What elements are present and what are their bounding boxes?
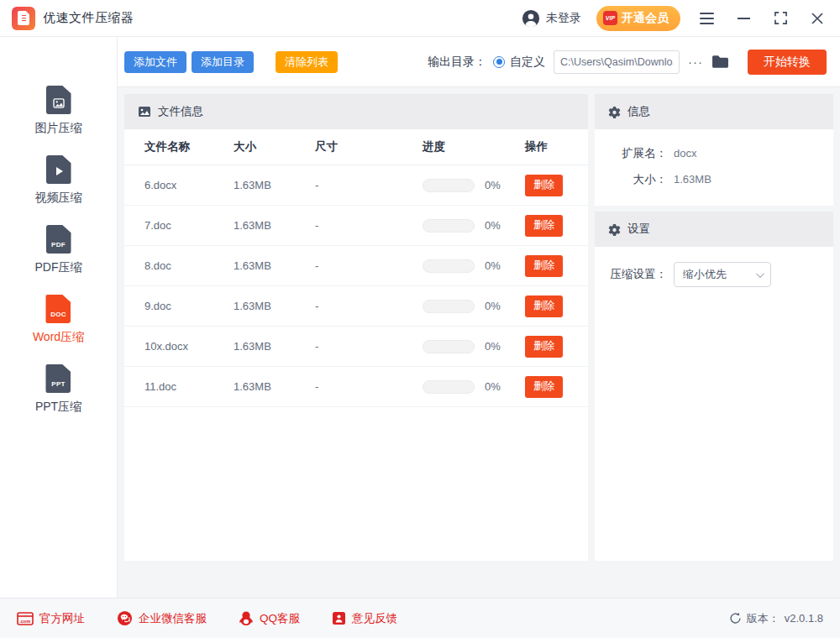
open-folder-button[interactable]	[708, 55, 732, 69]
vip-button-label: 开通会员	[622, 11, 669, 26]
progress-percent: 0%	[485, 300, 501, 312]
vip-icon: VIP	[603, 11, 617, 25]
sidebar-item-label: PDF压缩	[35, 260, 82, 275]
table-row: 7.doc 1.63MB - 0% 删除	[124, 206, 588, 246]
progress-bar	[423, 259, 475, 273]
panel-title: 设置	[627, 222, 650, 237]
clear-list-button[interactable]: 清除列表	[276, 51, 338, 73]
file-dimension: -	[315, 300, 423, 312]
table-row: 6.docx 1.63MB - 0% 删除	[124, 165, 588, 206]
progress-percent: 0%	[485, 340, 501, 353]
sidebar-item-label: 视频压缩	[35, 191, 82, 206]
toolbar: 添加文件 添加目录 清除列表 输出目录： 自定义 ··· 开始转换	[118, 37, 840, 87]
progress-bar	[423, 300, 475, 313]
file-dimension: -	[315, 340, 423, 353]
file-name: 6.docx	[144, 179, 234, 191]
info-row-size: 大小： 1.63MB	[595, 166, 833, 192]
file-dimension: -	[315, 259, 423, 272]
panel-title: 信息	[627, 104, 650, 119]
add-folder-button[interactable]: 添加目录	[192, 51, 254, 73]
delete-button[interactable]: 删除	[525, 175, 563, 196]
sidebar-item-ppt-compress[interactable]: PPT PPT压缩	[35, 364, 81, 415]
col-header-dimension: 尺寸	[315, 139, 423, 154]
file-size: 1.63MB	[234, 219, 315, 232]
file-name: 8.doc	[144, 259, 234, 272]
delete-button[interactable]: 删除	[525, 215, 563, 237]
pdf-file-icon: PDF	[46, 225, 71, 254]
file-name: 10x.docx	[144, 340, 234, 353]
file-name: 9.doc	[144, 300, 234, 312]
maximize-button[interactable]	[769, 8, 791, 29]
user-login-area[interactable]: 未登录	[522, 9, 581, 28]
file-size: 1.63MB	[234, 300, 315, 312]
official-site-link[interactable]: .com 官方网址	[17, 611, 85, 626]
progress-percent: 0%	[485, 179, 501, 191]
open-vip-button[interactable]: VIP 开通会员	[596, 6, 680, 31]
settings-header: 设置	[595, 212, 833, 247]
video-file-icon	[46, 155, 71, 184]
add-file-button[interactable]: 添加文件	[124, 51, 186, 73]
progress-bar	[423, 219, 475, 233]
user-avatar-icon	[522, 9, 540, 28]
svg-text:.com: .com	[19, 618, 30, 623]
table-row: 10x.docx 1.63MB - 0% 删除	[124, 327, 588, 367]
file-table-body: 6.docx 1.63MB - 0% 删除 7.doc 1.63MB - 0% …	[124, 165, 588, 407]
col-header-action: 操作	[525, 139, 588, 154]
sidebar-item-label: Word压缩	[33, 330, 84, 345]
file-name: 7.doc	[144, 219, 234, 232]
file-size: 1.63MB	[234, 340, 315, 353]
sidebar-item-pdf-compress[interactable]: PDF PDF压缩	[35, 225, 82, 275]
table-row: 11.doc 1.63MB - 0% 删除	[124, 367, 588, 407]
file-info-panel: 文件信息 文件名称 大小 尺寸 进度 操作 6.docx 1.63MB - 0%…	[124, 94, 588, 561]
delete-button[interactable]: 删除	[525, 376, 563, 398]
menu-button[interactable]	[696, 8, 717, 29]
progress-bar	[423, 340, 475, 353]
compression-setting-select[interactable]: 缩小优先	[674, 262, 771, 287]
feedback-link[interactable]: 意见反馈	[332, 611, 397, 626]
qq-service-link[interactable]: QQ客服	[239, 610, 300, 626]
progress-bar	[423, 179, 475, 192]
close-button[interactable]	[806, 8, 828, 29]
browse-more-button[interactable]: ···	[683, 55, 708, 69]
col-header-size: 大小	[234, 139, 315, 154]
minimize-button[interactable]	[732, 8, 754, 29]
app-title: 优速文件压缩器	[43, 10, 134, 26]
gear-icon	[608, 223, 621, 236]
sidebar: 图片压缩 视频压缩 PDF PDF压缩 DOC Word压缩 PPT PPT压缩	[0, 37, 118, 598]
file-dimension: -	[315, 219, 423, 232]
footer: .com 官方网址 企业微信客服 QQ客服 意见反馈	[0, 598, 840, 638]
check-update-button[interactable]	[729, 612, 742, 625]
file-size: 1.63MB	[234, 259, 315, 272]
wechat-icon	[117, 610, 133, 626]
gear-icon	[608, 106, 621, 118]
sidebar-item-word-compress[interactable]: DOC Word压缩	[33, 295, 84, 345]
panel-title: 文件信息	[158, 104, 203, 119]
chevron-down-icon	[756, 269, 764, 278]
delete-button[interactable]: 删除	[525, 336, 563, 358]
image-file-icon	[46, 86, 71, 114]
compression-setting-label: 压缩设置：	[595, 267, 667, 282]
delete-button[interactable]: 删除	[525, 255, 563, 277]
file-name: 11.doc	[144, 380, 234, 393]
minimize-icon	[738, 18, 750, 19]
custom-option-label: 自定义	[510, 55, 545, 70]
info-panel: 信息 扩展名： docx 大小： 1.63MB	[595, 94, 833, 206]
doc-file-icon: DOC	[45, 295, 71, 323]
progress-percent: 0%	[485, 259, 501, 272]
start-convert-button[interactable]: 开始转换	[748, 50, 827, 75]
sidebar-item-video-compress[interactable]: 视频压缩	[35, 155, 82, 206]
website-icon: .com	[17, 612, 34, 625]
title-bar: 优速文件压缩器 未登录 VIP 开通会员	[0, 0, 840, 37]
play-icon	[56, 167, 63, 175]
file-info-header: 文件信息	[124, 94, 588, 129]
settings-panel: 设置 压缩设置： 缩小优先	[595, 212, 833, 561]
progress-percent: 0%	[485, 380, 501, 393]
custom-radio[interactable]	[493, 56, 505, 68]
progress-percent: 0%	[485, 219, 501, 232]
feedback-icon	[332, 611, 346, 625]
output-path-input[interactable]	[554, 50, 680, 74]
file-size: 1.63MB	[234, 179, 315, 191]
wechat-service-link[interactable]: 企业微信客服	[117, 610, 207, 626]
delete-button[interactable]: 删除	[525, 295, 563, 317]
sidebar-item-image-compress[interactable]: 图片压缩	[35, 86, 82, 136]
